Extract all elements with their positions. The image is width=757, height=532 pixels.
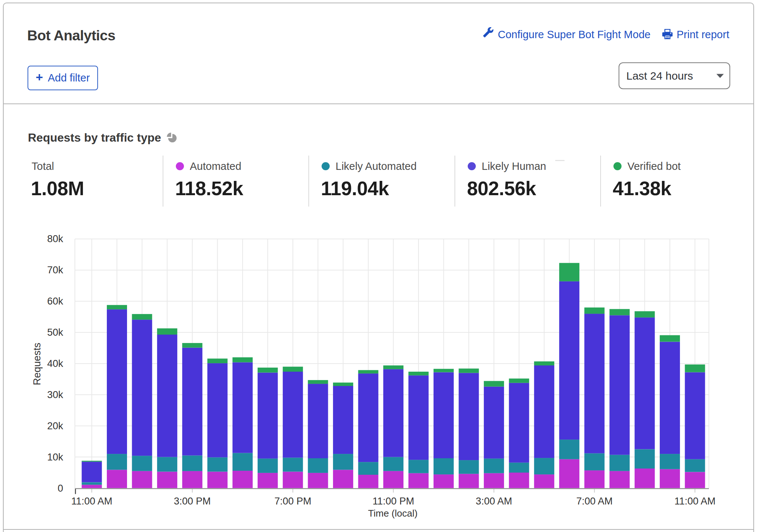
svg-text:10k: 10k [47,452,63,463]
svg-text:11:00 AM: 11:00 AM [674,496,716,507]
svg-text:Time (local): Time (local) [368,508,418,519]
svg-text:Requests: Requests [31,343,43,385]
svg-text:11:00 PM: 11:00 PM [373,496,414,507]
svg-text:20k: 20k [47,420,63,431]
svg-text:3:00 AM: 3:00 AM [476,496,512,507]
svg-text:3:00 PM: 3:00 PM [174,496,211,507]
svg-text:7:00 AM: 7:00 AM [576,496,613,507]
svg-text:50k: 50k [47,327,63,338]
svg-text:60k: 60k [47,296,63,307]
svg-text:0: 0 [58,483,63,494]
svg-text:11:00 AM: 11:00 AM [71,496,112,507]
svg-text:70k: 70k [47,265,63,276]
svg-text:7:00 PM: 7:00 PM [274,496,311,507]
svg-text:30k: 30k [47,389,63,400]
svg-text:40k: 40k [47,358,63,369]
svg-text:80k: 80k [47,233,63,244]
